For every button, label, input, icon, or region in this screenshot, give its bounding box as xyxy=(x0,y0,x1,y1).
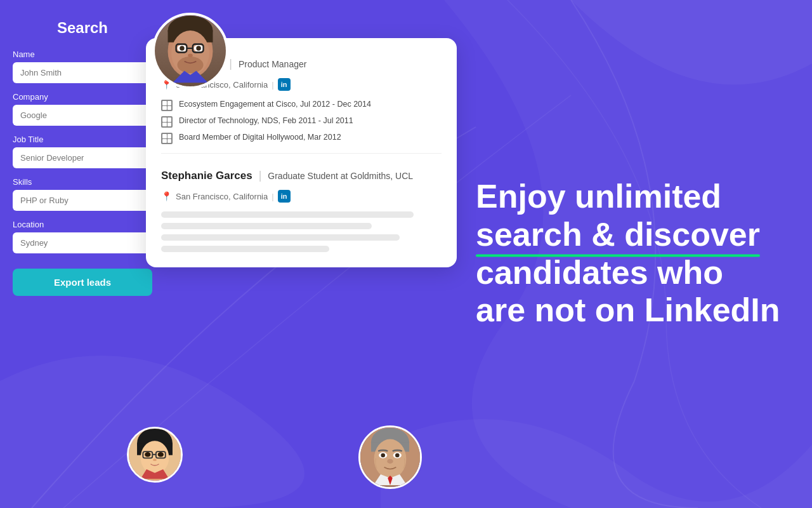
experience-item-3: Board Member of Digital Hollywood, Mar 2… xyxy=(161,133,442,144)
blur-line-3 xyxy=(161,234,400,241)
svg-point-22 xyxy=(153,458,157,461)
candidate-2-location-text: San Francisco, California xyxy=(176,192,268,201)
name-label: Name xyxy=(13,50,152,59)
svg-point-7 xyxy=(180,46,184,50)
company-field-group: Company xyxy=(13,92,152,126)
separator: | xyxy=(229,57,232,70)
search-title: Search xyxy=(13,19,152,37)
svg-point-30 xyxy=(395,453,400,458)
candidate-2-title: Graduate Student at Goldmiths, UCL xyxy=(268,171,413,181)
experience-2-text: Director of Technology, NDS, Feb 2011 - … xyxy=(179,116,353,125)
location-input[interactable] xyxy=(13,232,152,253)
company-label: Company xyxy=(13,92,152,102)
candidate-2-name: Stephanie Garces xyxy=(161,170,252,182)
experience-item-1: Ecosystem Engagement at Cisco, Jul 2012 … xyxy=(161,100,442,111)
promo-line-2-highlighted: search & discover xyxy=(476,216,760,254)
job-title-field-group: Job Title xyxy=(13,135,152,168)
svg-point-12 xyxy=(188,53,192,57)
location-pin-icon-2: 📍 xyxy=(161,191,172,201)
candidate-2-header: Stephanie Garces | Graduate Student at G… xyxy=(161,163,442,182)
blur-line-2 xyxy=(161,223,372,229)
export-leads-button[interactable]: Export leads xyxy=(13,269,152,296)
promo-line-3: candidates who xyxy=(476,254,723,291)
avatar-bottom-right xyxy=(358,425,422,489)
linkedin-icon-1[interactable]: in xyxy=(278,78,291,91)
company-icon-1 xyxy=(161,100,173,111)
skills-input[interactable] xyxy=(13,190,152,211)
name-field-group: Name xyxy=(13,50,152,83)
blur-line-4 xyxy=(161,246,329,252)
name-input[interactable] xyxy=(13,62,152,83)
experience-3-text: Board Member of Digital Hollywood, Mar 2… xyxy=(179,133,341,142)
promo-line-4: are not on LinkedIn xyxy=(476,292,780,329)
svg-point-8 xyxy=(196,46,200,50)
card-divider xyxy=(161,153,442,154)
right-text-section: Enjoy unlimited search & discover candid… xyxy=(476,178,780,330)
candidate-2: Stephanie Garces | Graduate Student at G… xyxy=(161,163,442,252)
location-field-group: Location xyxy=(13,220,152,253)
separator-2: | xyxy=(272,80,273,90)
svg-point-31 xyxy=(387,459,393,464)
job-title-label: Job Title xyxy=(13,135,152,144)
promo-heading: Enjoy unlimited search & discover candid… xyxy=(476,178,780,330)
skills-field-group: Skills xyxy=(13,177,152,211)
experience-1-text: Ecosystem Engagement at Cisco, Jul 2012 … xyxy=(179,100,371,109)
svg-point-4 xyxy=(177,57,203,73)
company-input[interactable] xyxy=(13,105,152,126)
svg-point-20 xyxy=(145,452,150,457)
company-icon-2 xyxy=(161,116,173,128)
linkedin-icon-2[interactable]: in xyxy=(278,190,291,203)
candidate-1-title: Product Manager xyxy=(239,59,306,69)
avatar-james xyxy=(152,13,228,89)
separator-3: | xyxy=(259,169,262,182)
svg-point-29 xyxy=(381,453,385,458)
avatar-bottom-left xyxy=(127,427,183,483)
candidate-2-location: 📍 San Francisco, California | in xyxy=(161,190,442,203)
company-icon-3 xyxy=(161,133,173,144)
location-label: Location xyxy=(13,220,152,229)
job-title-input[interactable] xyxy=(13,147,152,168)
skills-label: Skills xyxy=(13,177,152,187)
experience-item-2: Director of Technology, NDS, Feb 2011 - … xyxy=(161,116,442,128)
blur-line-1 xyxy=(161,211,414,218)
svg-point-21 xyxy=(158,452,164,457)
separator-4: | xyxy=(272,192,273,201)
promo-line-1: Enjoy unlimited xyxy=(476,178,721,215)
